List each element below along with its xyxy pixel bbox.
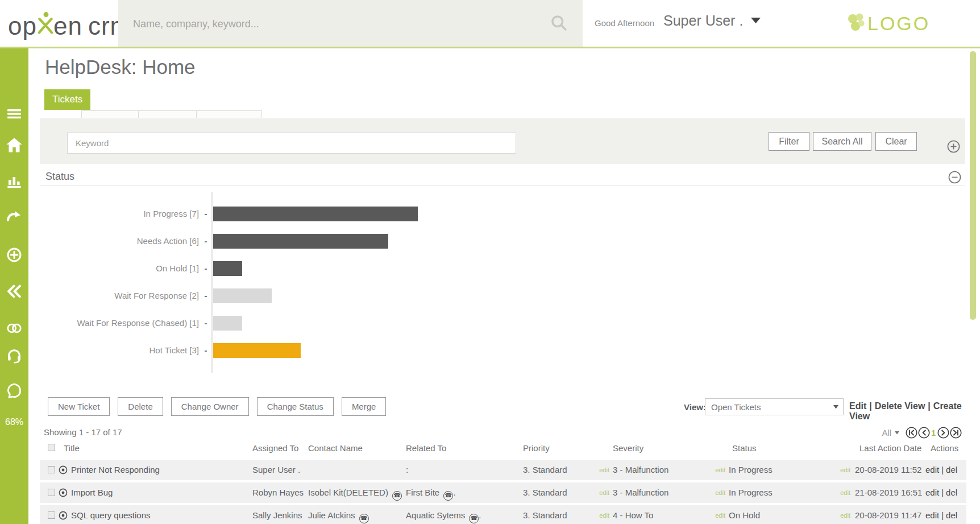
- select-all-checkbox[interactable]: [48, 444, 55, 451]
- row-edit-link[interactable]: edit: [925, 488, 939, 497]
- tab-stub-1[interactable]: [81, 110, 139, 118]
- inline-edit-link[interactable]: edit: [715, 460, 725, 480]
- status-bar-chart: In Progress [7]-Needs Action [6]-On Hold…: [28, 188, 938, 376]
- chart-bar-3[interactable]: [213, 261, 242, 276]
- row-edit-link[interactable]: edit: [925, 510, 939, 520]
- chart-bar-5[interactable]: [213, 316, 242, 331]
- action-button-delete[interactable]: Delete: [118, 397, 163, 416]
- filter-panel: FilterSearch AllClear: [40, 118, 965, 164]
- first-page-icon[interactable]: [906, 427, 917, 439]
- column-header-actions: Actions: [931, 443, 958, 453]
- chart-tick: -: [202, 288, 209, 303]
- next-page-icon[interactable]: [937, 427, 949, 439]
- row-checkbox[interactable]: [48, 466, 55, 473]
- inline-edit-link[interactable]: edit: [840, 505, 850, 524]
- tab-stub-2[interactable]: [138, 110, 197, 118]
- row-checkbox[interactable]: [48, 489, 55, 496]
- chart-bar-1[interactable]: [213, 207, 418, 221]
- status-section-title: Status: [45, 171, 74, 183]
- assigned-to: Robyn Hayes: [252, 482, 304, 503]
- phone-icon[interactable]: ☎: [359, 514, 369, 523]
- current-page: 1: [930, 428, 937, 438]
- inline-edit-link[interactable]: edit: [599, 460, 609, 480]
- filter-button-clear[interactable]: Clear: [875, 132, 917, 151]
- brand-logo-text: LOGO: [867, 13, 930, 35]
- phone-icon[interactable]: ☎: [469, 514, 479, 523]
- sidebar-item-double-chevron-left[interactable]: [0, 280, 28, 303]
- inline-edit-link[interactable]: edit: [840, 482, 850, 503]
- chart-bar-6[interactable]: [213, 343, 301, 358]
- logo-text-op: op: [8, 11, 37, 41]
- opencrm-logo[interactable]: op en crm: [8, 8, 131, 41]
- ticket-title[interactable]: Printer Not Responding: [71, 460, 160, 480]
- chart-bar-2[interactable]: [213, 234, 388, 249]
- inline-edit-link[interactable]: edit: [599, 482, 609, 503]
- chart-bar-4[interactable]: [213, 288, 272, 303]
- separator: |: [939, 465, 946, 475]
- sidebar-item-plus-circle[interactable]: [0, 244, 28, 266]
- row-actions: edit|del: [925, 460, 957, 480]
- chart-tick: -: [202, 261, 209, 276]
- action-button-merge[interactable]: Merge: [342, 397, 387, 416]
- sidebar-item-chat-bubble[interactable]: [0, 379, 28, 402]
- sidebar-item-bar-chart[interactable]: [0, 170, 28, 192]
- global-search-input[interactable]: [132, 0, 543, 48]
- tab-stub-3[interactable]: [196, 110, 262, 118]
- user-menu[interactable]: Super User .: [663, 13, 761, 29]
- filter-button-search-all[interactable]: Search All: [813, 132, 871, 151]
- last-action-date: 20-08-2019 11:52: [855, 460, 921, 480]
- action-button-new-ticket[interactable]: New Ticket: [48, 397, 110, 416]
- page-size-dropdown[interactable]: All: [882, 428, 900, 438]
- person-x-icon: [38, 11, 53, 41]
- chart-category-label: Hot Ticket [3]: [28, 343, 199, 358]
- row-delete-link[interactable]: del: [946, 488, 957, 497]
- prev-page-icon[interactable]: [918, 427, 930, 439]
- last-action-date: 20-08-2019 11:47: [855, 505, 921, 524]
- vertical-scrollbar-thumb[interactable]: [970, 51, 976, 320]
- row-checkbox[interactable]: [48, 511, 55, 519]
- ticket-actions-bar: New TicketDeleteChange OwnerChange Statu…: [48, 397, 386, 416]
- ticket-title[interactable]: Import Bug: [71, 482, 113, 503]
- row-delete-link[interactable]: del: [946, 510, 957, 520]
- row-edit-link[interactable]: edit: [925, 465, 939, 475]
- action-button-change-owner[interactable]: Change Owner: [171, 397, 249, 416]
- search-icon[interactable]: [550, 14, 568, 34]
- preview-icon[interactable]: [59, 511, 68, 520]
- tab-tickets[interactable]: Tickets: [44, 89, 90, 110]
- sidebar-item-home[interactable]: [0, 134, 28, 156]
- sidebar-item-menu[interactable]: [0, 102, 28, 125]
- column-header-last-action-date: Last Action Date: [859, 443, 921, 453]
- preview-icon[interactable]: [59, 465, 68, 475]
- inline-edit-link[interactable]: edit: [840, 460, 850, 480]
- phone-icon[interactable]: ☎: [392, 491, 402, 501]
- severity: 4 - How To: [613, 505, 653, 524]
- bar-chart-icon: [6, 174, 22, 188]
- inline-edit-link[interactable]: edit: [715, 482, 725, 503]
- view-link-delete-view[interactable]: Delete View: [875, 401, 925, 411]
- sidebar-item-curved-arrow[interactable]: [0, 205, 28, 228]
- inline-edit-link[interactable]: edit: [715, 505, 725, 524]
- view-select[interactable]: Open Tickets: [705, 398, 844, 415]
- last-page-icon[interactable]: [950, 427, 962, 439]
- assigned-to: Super User .: [252, 460, 300, 480]
- column-header-priority: Priority: [523, 443, 550, 453]
- action-button-change-status[interactable]: Change Status: [257, 397, 334, 416]
- plus-circle-outline-icon[interactable]: [947, 140, 960, 153]
- row-delete-link[interactable]: del: [946, 465, 957, 475]
- plus-circle-icon: [6, 247, 22, 263]
- chart-tick: -: [202, 343, 209, 358]
- double-chevron-left-icon: [6, 284, 22, 299]
- sidebar-item-headset[interactable]: [0, 344, 28, 367]
- column-header-severity: Severity: [613, 443, 643, 453]
- sidebar-item-overlapping-circles[interactable]: [0, 317, 28, 340]
- view-link-edit[interactable]: Edit: [849, 401, 866, 411]
- phone-icon[interactable]: ☎: [443, 491, 453, 501]
- keyword-input[interactable]: [67, 133, 516, 154]
- preview-icon[interactable]: [59, 488, 68, 497]
- filter-button-filter[interactable]: Filter: [769, 132, 809, 151]
- related-to: First Bite☎.: [406, 482, 455, 503]
- zoom-level[interactable]: 68%: [0, 417, 28, 427]
- minus-circle-outline-icon[interactable]: [948, 171, 961, 184]
- ticket-title[interactable]: SQL query questions: [71, 505, 151, 524]
- inline-edit-link[interactable]: edit: [599, 505, 609, 524]
